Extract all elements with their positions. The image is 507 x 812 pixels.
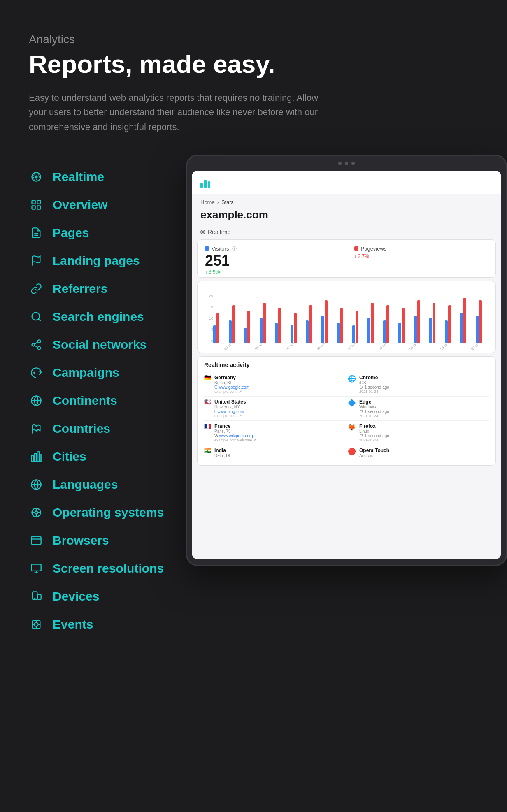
bar-visitors-1 <box>229 320 232 343</box>
realtime-icon <box>29 169 44 184</box>
nav-item-devices[interactable]: Devices <box>29 582 202 610</box>
svg-rect-20 <box>34 454 36 462</box>
bing-icon: b <box>214 409 217 414</box>
languages-icon <box>29 477 44 492</box>
events-icon <box>29 617 44 632</box>
pageviews-card: Pageviews ↓ 2.7% <box>347 240 496 277</box>
page-container: Analytics Reports, made easy. Easy to un… <box>0 0 507 812</box>
google-icon: G <box>214 385 218 390</box>
svg-point-13 <box>32 343 35 346</box>
chart-area: 0 5 10 15 20 -60 sec <box>197 281 496 353</box>
nav-label-cities: Cities <box>53 450 86 464</box>
browser-name-1: Chrome <box>359 375 389 380</box>
breadcrumb: Home › Stats <box>200 199 493 205</box>
tablet-dot-1 <box>338 162 342 165</box>
nav-item-countries[interactable]: Countries <box>29 415 202 443</box>
nav-item-events[interactable]: Events <box>29 610 202 638</box>
logo-bars <box>200 176 210 188</box>
tablet-frame: Home › Stats example.com Realtime <box>186 155 507 566</box>
header-section: Analytics Reports, made easy. Easy to un… <box>29 33 478 134</box>
bar-visitors-4 <box>275 323 278 343</box>
browser-info-2: 🔷 Edge Windows ⏱ 1 second ago 2021-01-24 <box>348 399 489 418</box>
browser-info-4: 🔴 Opera Touch Android <box>348 448 489 458</box>
time-3: ⏱ 1 second ago <box>359 434 389 438</box>
site-title: example.com <box>192 207 501 226</box>
browsers-icon <box>29 533 44 548</box>
bar-visitors-0 <box>213 325 216 343</box>
dashboard-body: Home › Stats example.com Realtime <box>192 194 501 559</box>
down-arrow-icon: ↓ <box>354 253 357 259</box>
svg-point-14 <box>38 346 41 349</box>
y-label-0: 0 <box>203 339 213 343</box>
flag-germany: 🇩🇪 <box>204 375 211 380</box>
nav-item-screen-resolutions[interactable]: Screen resolutions <box>29 554 202 582</box>
nav-item-social-networks[interactable]: Social networks <box>29 331 202 359</box>
nav-item-realtime[interactable]: Realtime <box>29 163 202 191</box>
browser-name-2: Edge <box>359 399 389 405</box>
svg-rect-22 <box>40 455 41 461</box>
visitors-change-pct: 3.9% <box>209 269 220 275</box>
nav-item-languages[interactable]: Languages <box>29 471 202 499</box>
up-arrow-icon: ↑ <box>205 269 207 275</box>
bar-pageviews-10 <box>371 303 374 343</box>
svg-rect-21 <box>37 452 39 461</box>
svg-point-26 <box>35 511 38 514</box>
bar-group-14 <box>429 303 444 343</box>
nav-item-campaigns[interactable]: Campaigns <box>29 359 202 387</box>
nav-item-continents[interactable]: Continents <box>29 387 202 415</box>
pageviews-change-pct: 2.7% <box>358 253 369 259</box>
landing-pages-icon <box>29 253 44 268</box>
svg-point-42 <box>34 622 38 626</box>
activity-title: Realtime activity <box>204 362 489 368</box>
referrer-row-1: G www.google.com <box>214 385 249 390</box>
activity-row-3: 🇫🇷 France Paris, 75 W www.wikipedia.org <box>204 421 489 445</box>
browser-name-4: Opera Touch <box>359 448 389 453</box>
nav-label-overview: Overview <box>53 198 107 212</box>
nav-item-cities[interactable]: Cities <box>29 443 202 471</box>
dashboard-mockup: Home › Stats example.com Realtime <box>186 155 507 566</box>
svg-line-11 <box>38 319 40 321</box>
location-france: 🇫🇷 France Paris, 75 W www.wikipedia.org <box>204 423 345 442</box>
countries-icon <box>29 421 44 436</box>
visitors-card: Visitors ⓘ 251 ↑ 3.9% <box>198 240 347 277</box>
logo-bar-3 <box>208 181 210 188</box>
date-2: 2021-01-24 <box>359 414 389 418</box>
nav-item-operating-systems[interactable]: Operating systems <box>29 499 202 527</box>
nav-label-realtime: Realtime <box>53 170 104 184</box>
location-us: 🇺🇸 United States New York, NY b www.bing… <box>204 399 345 418</box>
nav-item-pages[interactable]: Pages <box>29 219 202 247</box>
logo-bar-2 <box>204 180 207 188</box>
bar-group-2 <box>244 311 258 343</box>
referrer-path-1: example.com/ ↗ <box>214 390 249 394</box>
nav-item-browsers[interactable]: Browsers <box>29 527 202 554</box>
visitors-dot <box>205 246 209 251</box>
bar-group-0 <box>213 313 228 343</box>
svg-point-34 <box>35 537 35 538</box>
analytics-label: Analytics <box>29 33 478 46</box>
bar-visitors-15 <box>445 320 448 343</box>
nav-item-overview[interactable]: Overview <box>29 191 202 219</box>
nav-item-referrers[interactable]: Referrers <box>29 275 202 303</box>
nav-label-campaigns: Campaigns <box>53 366 119 380</box>
bar-visitors-11 <box>383 320 386 343</box>
app-header <box>192 171 501 194</box>
social-networks-icon <box>29 337 44 352</box>
overview-icon <box>29 197 44 212</box>
tablet-dot-2 <box>345 162 348 165</box>
city-3: Paris, 75 <box>214 429 256 434</box>
nav-label-landing-pages: Landing pages <box>53 254 140 268</box>
os-4: Android <box>359 453 389 458</box>
chart-bars <box>213 294 490 343</box>
svg-line-15 <box>35 346 38 348</box>
nav-item-search-engines[interactable]: Search engines <box>29 303 202 331</box>
bar-group-4 <box>275 308 289 343</box>
campaigns-icon <box>29 365 44 380</box>
visitors-info-icon: ⓘ <box>232 246 237 252</box>
nav-label-events: Events <box>53 617 93 631</box>
activity-row-2: 🇺🇸 United States New York, NY b www.bing… <box>204 397 489 421</box>
nav-item-landing-pages[interactable]: Landing pages <box>29 247 202 275</box>
bar-pageviews-16 <box>463 298 466 343</box>
bar-visitors-16 <box>460 313 463 343</box>
bar-pageviews-2 <box>247 311 250 343</box>
screen-icon <box>29 561 44 576</box>
